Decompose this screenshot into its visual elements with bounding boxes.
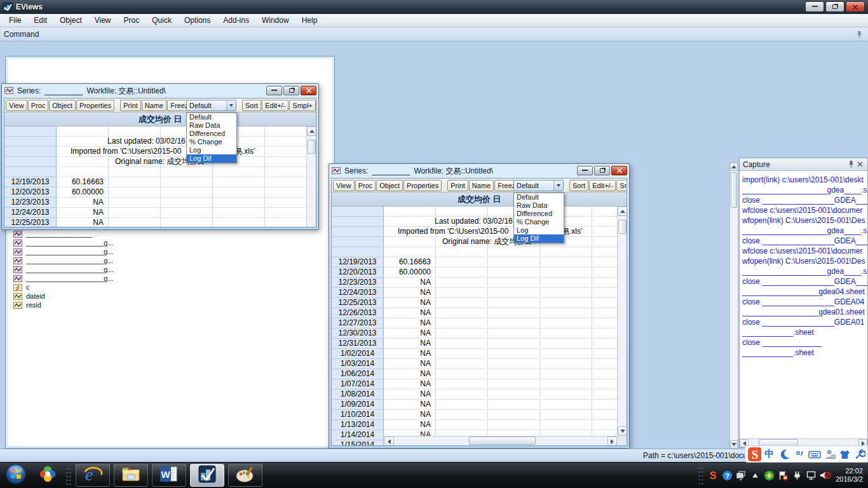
- main-titlebar[interactable]: EViews: [0, 0, 868, 14]
- menu-file[interactable]: File: [3, 14, 27, 27]
- obs-header-cell[interactable]: [4, 137, 57, 147]
- obs-date-cell[interactable]: 12/30/2013: [332, 329, 384, 339]
- display-mode-combobox[interactable]: Default: [513, 180, 564, 191]
- sogou-wrench-icon[interactable]: [853, 447, 867, 461]
- sheet-cell[interactable]: [488, 329, 540, 339]
- sheet-cell[interactable]: [488, 369, 540, 379]
- toolbar-button-proc[interactable]: Proc: [355, 180, 376, 191]
- workfile-object-c[interactable]: βc: [13, 283, 114, 292]
- tray-window-restore-icon[interactable]: [735, 469, 747, 482]
- sheet-cell[interactable]: [161, 208, 213, 218]
- taskbar-explorer-button[interactable]: [114, 464, 148, 487]
- sheet-cell[interactable]: [436, 400, 488, 410]
- sheet-cell[interactable]: [265, 198, 306, 208]
- obs-date-cell[interactable]: 12/25/2013: [332, 298, 384, 308]
- pin-icon[interactable]: [856, 30, 863, 41]
- value-cell[interactable]: NA: [57, 208, 109, 218]
- sheet-cell[interactable]: [592, 390, 617, 400]
- sheet-cell[interactable]: [265, 187, 306, 198]
- workfile-object-g[interactable]: ____________________g...: [13, 265, 114, 274]
- sheet-cell[interactable]: [436, 308, 488, 318]
- sheet-cell[interactable]: [436, 359, 488, 369]
- tray-up-arrow-icon[interactable]: [749, 469, 761, 482]
- sogou-moon-icon[interactable]: [778, 447, 792, 461]
- capture-titlebar[interactable]: Capture: [740, 158, 867, 171]
- sheet-cell[interactable]: [109, 167, 161, 177]
- scroll-down-icon[interactable]: [730, 440, 738, 449]
- sogou-person-icon[interactable]: [823, 447, 837, 461]
- scroll-up-icon[interactable]: [730, 163, 738, 171]
- obs-date-cell[interactable]: 12/19/2013: [332, 257, 384, 268]
- obs-date-cell[interactable]: 12/20/2013: [332, 268, 384, 278]
- sogou-quote-icon[interactable]: [792, 447, 806, 461]
- obs-date-cell[interactable]: 12/24/2013: [332, 288, 384, 298]
- obs-date-cell[interactable]: 1/03/2014: [332, 359, 384, 369]
- vertical-scrollbar[interactable]: [306, 126, 316, 227]
- horizontal-scrollbar[interactable]: [384, 436, 617, 445]
- sheet-cell[interactable]: [592, 349, 617, 359]
- toolbar-button-object[interactable]: Object: [49, 100, 76, 111]
- value-cell[interactable]: 60.16663: [57, 177, 109, 187]
- sheet-cell[interactable]: [540, 329, 592, 339]
- sheet-cell[interactable]: [109, 208, 161, 218]
- sheet-cell[interactable]: [265, 137, 306, 147]
- sheet-cell[interactable]: [488, 247, 540, 257]
- taskbar-pinwheel-button[interactable]: [34, 464, 62, 487]
- toolbar-button-proc[interactable]: Proc: [28, 100, 49, 111]
- sheet-cell[interactable]: [109, 218, 161, 227]
- dropdown-item-raw-data[interactable]: Raw Data: [187, 121, 236, 130]
- obs-date-cell[interactable]: 12/24/2013: [4, 208, 57, 218]
- scroll-down-icon[interactable]: [618, 426, 627, 436]
- value-cell[interactable]: 60.00000: [57, 187, 109, 198]
- sheet-cell[interactable]: [265, 208, 306, 218]
- sheet-cell[interactable]: [213, 177, 265, 187]
- obs-date-cell[interactable]: 1/14/2014: [332, 430, 384, 440]
- workfile-object-dateid[interactable]: dateid: [13, 292, 114, 301]
- scrollbar-track[interactable]: [394, 437, 607, 445]
- sheet-cell[interactable]: [436, 390, 488, 400]
- sheet-cell[interactable]: [57, 137, 109, 147]
- sheet-cell[interactable]: [540, 308, 592, 318]
- sogou-keyboard-icon[interactable]: [808, 447, 822, 461]
- sheet-cell[interactable]: [436, 257, 488, 268]
- sheet-cell[interactable]: [488, 288, 540, 298]
- value-cell[interactable]: NA: [384, 329, 436, 339]
- close-icon[interactable]: [855, 160, 864, 169]
- menu-help[interactable]: Help: [295, 14, 324, 27]
- toolbar-button-name[interactable]: Name: [469, 180, 494, 191]
- sheet-cell[interactable]: [488, 268, 540, 278]
- sheet-cell[interactable]: [592, 268, 617, 278]
- obs-header-cell[interactable]: [4, 157, 57, 167]
- sheet-cell[interactable]: [540, 369, 592, 379]
- taskbar-start-button[interactable]: [2, 464, 30, 487]
- menu-view[interactable]: View: [88, 14, 118, 27]
- sheet-cell[interactable]: [592, 420, 617, 430]
- sheet-cell[interactable]: [592, 237, 617, 247]
- sheet-cell[interactable]: [384, 207, 436, 217]
- sheet-cell[interactable]: [265, 167, 306, 177]
- value-cell[interactable]: NA: [384, 298, 436, 308]
- sheet-cell[interactable]: [540, 410, 592, 420]
- obs-date-cell[interactable]: 1/13/2014: [332, 420, 384, 430]
- scrollbar-thumb[interactable]: [469, 437, 536, 445]
- obs-date-cell[interactable]: 12/26/2013: [332, 308, 384, 318]
- obs-header-cell[interactable]: [4, 147, 57, 157]
- obs-date-cell[interactable]: 12/19/2013: [4, 177, 57, 187]
- value-cell[interactable]: NA: [384, 410, 436, 420]
- toolbar-button-smpl+[interactable]: Smpl+: [616, 180, 627, 191]
- tray-help-icon[interactable]: ?: [721, 469, 733, 482]
- toolbar-button-view[interactable]: View: [6, 100, 27, 111]
- chevron-down-icon[interactable]: [553, 180, 563, 191]
- taskbar-word-button[interactable]: W: [152, 464, 186, 487]
- obs-date-cell[interactable]: 1/09/2014: [332, 400, 384, 410]
- tray-flag-x-icon[interactable]: [776, 469, 789, 482]
- toolbar-button-smpl+[interactable]: Smpl+: [289, 100, 316, 111]
- sheet-cell[interactable]: [592, 379, 617, 390]
- sheet-cell[interactable]: [213, 167, 265, 177]
- sheet-cell[interactable]: [592, 227, 617, 237]
- toolbar-button-edit+[interactable]: Edit+/-: [589, 180, 616, 191]
- sheet-cell[interactable]: [592, 400, 617, 410]
- series-window-titlebar[interactable]: Series: _________ Workfile: 交易::Untitled…: [2, 84, 318, 98]
- dropdown-item-raw-data[interactable]: Raw Data: [514, 201, 564, 210]
- menu-object[interactable]: Object: [53, 14, 88, 27]
